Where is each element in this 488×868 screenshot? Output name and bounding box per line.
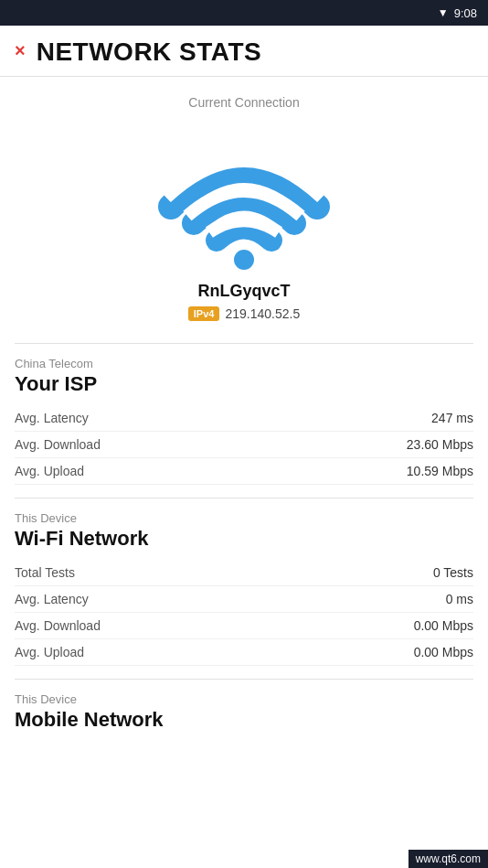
- wifi-status-icon: ▼: [438, 6, 449, 19]
- close-button[interactable]: ×: [15, 40, 26, 61]
- mobile-title: Mobile Network: [15, 708, 473, 732]
- ipv4-badge: IPv4: [188, 306, 220, 321]
- stat-label: Avg. Latency: [15, 592, 89, 606]
- stat-label: Avg. Download: [15, 618, 101, 633]
- stat-row: Avg. Upload 10.59 Mbps: [15, 458, 473, 485]
- wifi-section: This Device Wi-Fi Network Total Tests 0 …: [0, 511, 488, 666]
- divider-3: [15, 679, 473, 680]
- ip-address: 219.140.52.5: [225, 306, 300, 321]
- network-name: RnLGyqvcT: [197, 282, 290, 301]
- divider-2: [15, 498, 473, 498]
- divider-1: [15, 343, 473, 344]
- stat-row: Total Tests 0 Tests: [15, 560, 473, 586]
- wifi-title: Wi-Fi Network: [15, 527, 473, 551]
- isp-title: Your ISP: [15, 372, 473, 396]
- isp-section: China Telecom Your ISP Avg. Latency 247 …: [0, 357, 488, 485]
- stat-value: 0.00 Mbps: [414, 645, 473, 659]
- isp-subtitle: China Telecom: [15, 357, 473, 370]
- stat-row: Avg. Upload 0.00 Mbps: [15, 639, 473, 666]
- stat-value: 247 ms: [431, 411, 473, 425]
- stat-value: 0 ms: [446, 592, 473, 606]
- stat-label: Avg. Upload: [15, 645, 84, 659]
- mobile-subtitle: This Device: [15, 692, 473, 706]
- stat-row: Avg. Download 0.00 Mbps: [15, 613, 473, 639]
- svg-point-0: [234, 250, 254, 270]
- stat-value: 0.00 Mbps: [414, 618, 473, 633]
- wifi-graphic: [153, 124, 335, 271]
- total-tests-label: Total Tests: [15, 565, 75, 580]
- stat-label: Avg. Upload: [15, 464, 84, 478]
- header: × NETWORK STATS: [0, 26, 488, 77]
- stat-row: Avg. Latency 0 ms: [15, 586, 473, 613]
- wifi-subtitle: This Device: [15, 511, 473, 525]
- status-bar: ▼ 9:08: [0, 0, 488, 26]
- stat-row: Avg. Latency 247 ms: [15, 405, 473, 432]
- watermark: www.qt6.com: [408, 850, 488, 868]
- stat-value: 23.60 Mbps: [407, 437, 473, 452]
- stat-label: Avg. Download: [15, 437, 101, 452]
- current-connection-label: Current Connection: [188, 95, 299, 110]
- status-time: 9:08: [454, 6, 477, 20]
- stat-row: Avg. Download 23.60 Mbps: [15, 432, 473, 458]
- stat-label: Avg. Latency: [15, 411, 89, 425]
- total-tests-value: 0 Tests: [433, 565, 473, 580]
- current-connection-section: Current Connection RnLGyqvcT IPv4 219.14…: [0, 77, 488, 330]
- mobile-section: This Device Mobile Network: [0, 692, 488, 732]
- network-ip-row: IPv4 219.140.52.5: [188, 306, 300, 321]
- stat-value: 10.59 Mbps: [407, 464, 473, 478]
- page-title: NETWORK STATS: [37, 38, 262, 67]
- main-content: Current Connection RnLGyqvcT IPv4 219.14…: [0, 77, 488, 863]
